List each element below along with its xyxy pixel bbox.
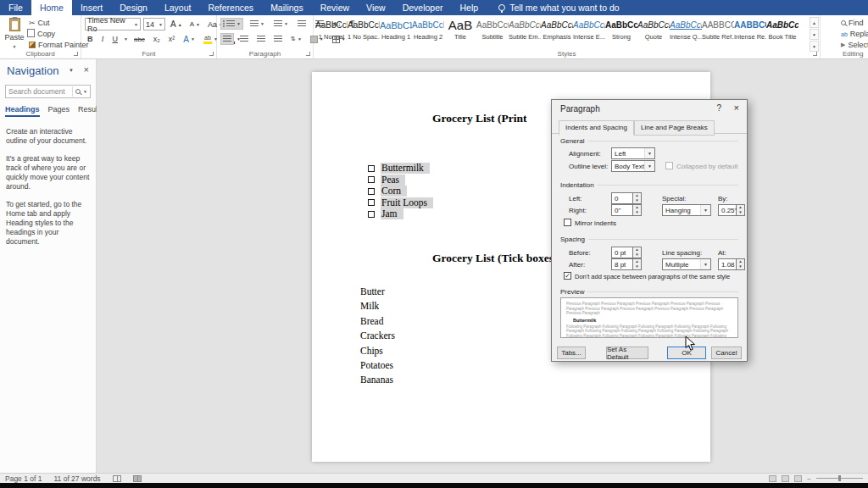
align-right-button[interactable] xyxy=(254,33,268,45)
word-count[interactable]: 11 of 27 words xyxy=(53,474,100,483)
outline-level-select[interactable]: Body Text▼ xyxy=(611,160,655,172)
style-strong[interactable]: AaBbCcIStrong xyxy=(605,18,637,41)
at-spinner[interactable]: 1.08 ▲▼ xyxy=(718,258,745,270)
replace-button[interactable]: ab Replace xyxy=(841,29,868,39)
help-icon[interactable]: ? xyxy=(716,103,721,113)
navigation-options-chevron-icon[interactable]: ▼ xyxy=(69,68,74,73)
list-item[interactable]: Chips xyxy=(360,346,395,360)
line-spacing-select[interactable]: Multiple▼ xyxy=(662,258,711,270)
by-spinner[interactable]: 0.25" ▲▼ xyxy=(718,204,745,216)
tab-view[interactable]: View xyxy=(358,0,394,15)
tab-developer[interactable]: Developer xyxy=(394,0,452,15)
checkbox-icon[interactable] xyxy=(368,211,375,218)
align-center-button[interactable] xyxy=(237,33,251,45)
dont-add-space-checkbox[interactable]: ✓ xyxy=(564,272,571,280)
gallery-down-button[interactable]: ▼ xyxy=(810,29,819,40)
style-no-spacing[interactable]: AaBbCcI1 No Spac... xyxy=(348,18,380,41)
special-select[interactable]: Hanging▼ xyxy=(662,204,711,216)
decrease-indent-button[interactable] xyxy=(295,18,309,30)
style-emphasis[interactable]: AaBbCcLEmphasis xyxy=(541,18,573,41)
tab-home[interactable]: Home xyxy=(31,0,72,15)
list-item[interactable]: Jam xyxy=(368,208,433,220)
tab-file[interactable]: File xyxy=(0,0,31,15)
list-item[interactable]: Crackers xyxy=(360,330,395,345)
shrink-font-button[interactable]: A▼ xyxy=(187,19,203,30)
font-dialog-launcher-icon[interactable] xyxy=(209,52,214,56)
styles-dialog-launcher-icon[interactable] xyxy=(813,52,817,56)
style-heading-1[interactable]: AaBbCʇHeading 1 xyxy=(380,18,412,41)
tab-references[interactable]: References xyxy=(199,0,262,15)
list-item[interactable]: Milk xyxy=(360,301,395,315)
copy-button[interactable]: Copy xyxy=(29,29,89,39)
paragraph-dialog-launcher-icon[interactable] xyxy=(306,52,310,56)
spinner-arrows-icon[interactable]: ▲▼ xyxy=(633,258,642,270)
multilevel-list-button[interactable]: ▼ xyxy=(271,18,291,30)
checkbox-icon[interactable] xyxy=(368,165,375,172)
tabs-button[interactable]: Tabs... xyxy=(557,347,586,359)
spinner-arrows-icon[interactable]: ▲▼ xyxy=(633,204,642,216)
text-effects-button[interactable]: A▼ xyxy=(181,33,198,45)
macro-recording-icon[interactable] xyxy=(133,475,142,482)
tab-line-and-page-breaks[interactable]: Line and Page Breaks xyxy=(634,120,715,136)
indent-left-spinner[interactable]: 0 ▲▼ xyxy=(611,192,642,204)
list-item[interactable]: Fruit Loops xyxy=(368,197,433,209)
format-painter-button[interactable]: Format Painter xyxy=(29,40,89,50)
style-subtle-reference[interactable]: AABBCCSubtle Ref... xyxy=(702,18,734,41)
tab-review[interactable]: Review xyxy=(312,0,358,15)
checkbox-icon[interactable] xyxy=(368,199,375,206)
list-item[interactable]: Butter xyxy=(360,286,395,301)
style-normal[interactable]: AaBbCcI1 Normal xyxy=(315,18,348,41)
list-item[interactable]: Potatoes xyxy=(360,360,395,374)
style-quote[interactable]: AaBbCcLQuote xyxy=(637,18,670,41)
style-intense-quote[interactable]: AaBbCcLIntense Q... xyxy=(670,18,702,41)
indent-right-spinner[interactable]: 0" ▲▼ xyxy=(611,204,642,216)
cancel-button[interactable]: Cancel xyxy=(711,347,742,359)
list-item[interactable]: Bread xyxy=(360,316,395,330)
tab-help[interactable]: Help xyxy=(452,0,487,15)
subscript-button[interactable]: x₂ xyxy=(151,33,163,45)
style-intense-emphasis[interactable]: AaBbCcLIntense E... xyxy=(573,18,605,41)
gallery-up-button[interactable]: ▲ xyxy=(810,17,819,28)
checkbox-icon[interactable] xyxy=(368,176,375,183)
list-item[interactable]: Peas xyxy=(368,175,433,186)
navigation-search-input[interactable]: Search document ▼ xyxy=(5,85,91,98)
spinner-arrows-icon[interactable]: ▲▼ xyxy=(737,204,745,216)
alignment-select[interactable]: Left▼ xyxy=(611,147,655,159)
tab-design[interactable]: Design xyxy=(111,0,156,15)
font-size-select[interactable]: 14 ▼ xyxy=(143,18,165,30)
italic-button[interactable]: I xyxy=(99,33,107,45)
style-intense-reference[interactable]: AABBCCIntense Re... xyxy=(734,18,766,41)
style-subtle-emphasis[interactable]: AaBbCcLSubtle Em... xyxy=(509,18,541,41)
select-button[interactable]: ▶ Select xyxy=(841,40,868,50)
zoom-slider[interactable] xyxy=(816,478,863,479)
read-mode-icon[interactable] xyxy=(769,475,776,482)
bullets-button[interactable]: ▼ xyxy=(220,18,243,30)
superscript-button[interactable]: x² xyxy=(166,33,178,45)
tab-indents-and-spacing[interactable]: Indents and Spacing xyxy=(559,120,634,136)
font-family-select[interactable]: Times New Ro ▼ xyxy=(85,18,141,30)
proofing-status-icon[interactable] xyxy=(113,475,121,482)
tab-mailings[interactable]: Mailings xyxy=(262,0,312,15)
close-icon[interactable]: × xyxy=(734,103,739,113)
spinner-arrows-icon[interactable]: ▲▼ xyxy=(737,258,745,270)
nav-tab-pages[interactable]: Pages xyxy=(48,105,70,117)
zoom-slider-thumb[interactable] xyxy=(838,475,841,481)
line-spacing-button[interactable]: ⇅▼ xyxy=(288,33,304,45)
justify-button[interactable] xyxy=(271,33,285,45)
style-title[interactable]: AaBTitle xyxy=(444,18,476,41)
cut-button[interactable]: ✂ Cut xyxy=(29,18,89,28)
strikethrough-button[interactable]: abc xyxy=(131,33,147,45)
clipboard-dialog-launcher-icon[interactable] xyxy=(74,52,78,56)
underline-button[interactable]: U xyxy=(110,33,121,45)
tab-layout[interactable]: Layout xyxy=(156,0,200,15)
list-item[interactable]: Corn xyxy=(368,186,433,197)
set-as-default-button[interactable]: Set As Default xyxy=(606,347,648,359)
spacing-before-spinner[interactable]: 0 pt ▲▼ xyxy=(611,247,642,258)
grow-font-button[interactable]: A▲ xyxy=(168,19,185,30)
document-area[interactable]: Grocery List (Print Buttermilk Peas Corn… xyxy=(97,59,868,473)
list-item[interactable]: Bananas xyxy=(360,374,395,389)
numbering-button[interactable]: ▼ xyxy=(248,18,267,30)
navigation-close-icon[interactable]: × xyxy=(84,64,89,75)
bold-button[interactable]: B xyxy=(85,33,96,45)
page-count[interactable]: Page 1 of 1 xyxy=(5,474,42,483)
